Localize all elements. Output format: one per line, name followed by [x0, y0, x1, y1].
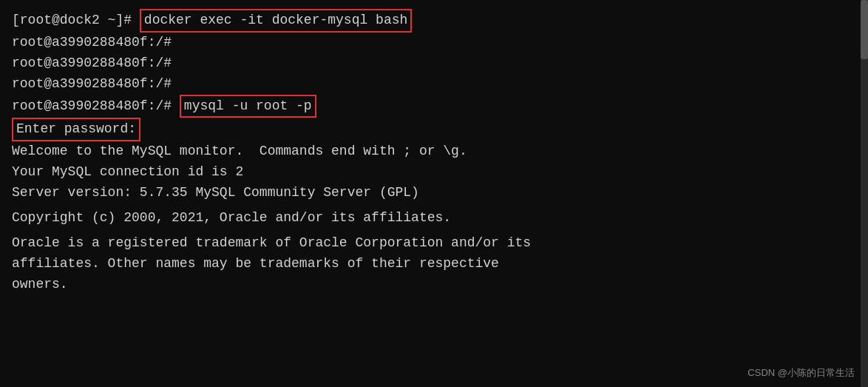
command-highlight-2: mysql -u root -p: [180, 95, 316, 118]
terminal-line-1: [root@dock2 ~]# docker exec -it docker-m…: [12, 9, 856, 33]
terminal-line-7: Welcome to the MySQL monitor. Commands e…: [12, 141, 856, 162]
terminal-line-13: owners.: [12, 275, 856, 295]
terminal-window: [root@dock2 ~]# docker exec -it docker-m…: [0, 0, 868, 387]
prompt-1: [root@dock2 ~]#: [12, 13, 140, 27]
enter-password-box: Enter password:: [12, 118, 140, 141]
terminal-line-3: root@a3990288480f:/#: [12, 53, 856, 74]
command-highlight-1: docker exec -it docker-mysql bash: [140, 9, 412, 33]
terminal-line-2: root@a3990288480f:/#: [12, 33, 856, 53]
terminal-line-11: Oracle is a registered trademark of Orac…: [12, 233, 856, 254]
terminal-line-6: Enter password:: [12, 118, 856, 141]
terminal-line-10: Copyright (c) 2000, 2021, Oracle and/or …: [12, 208, 856, 229]
terminal-line-9: Server version: 5.7.35 MySQL Community S…: [12, 183, 856, 203]
scrollbar[interactable]: [861, 0, 868, 387]
terminal-line-5: root@a3990288480f:/# mysql -u root -p: [12, 95, 856, 118]
prompt-5: root@a3990288480f:/#: [12, 98, 180, 113]
terminal-line-8: Your MySQL connection id is 2: [12, 162, 856, 183]
terminal-line-4: root@a3990288480f:/#: [12, 74, 856, 95]
watermark: CSDN @小陈的日常生活: [747, 366, 855, 380]
terminal-line-12: affiliates. Other names may be trademark…: [12, 254, 856, 275]
scrollbar-thumb[interactable]: [861, 0, 868, 59]
